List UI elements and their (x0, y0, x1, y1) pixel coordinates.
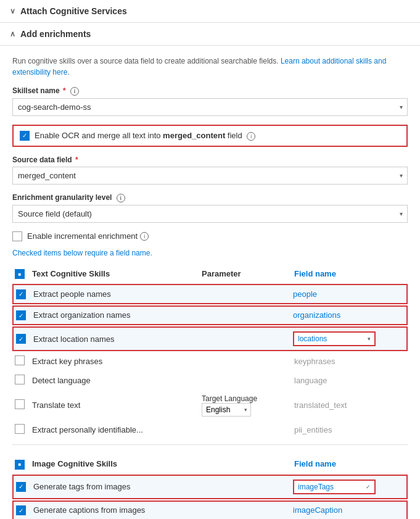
ocr-label: Enable OCR and merge all text into merge… (35, 131, 255, 141)
source-data-label: Source data field * (12, 156, 408, 164)
locations-select[interactable]: locations (294, 333, 374, 345)
key-phrases-field: keyphrases (294, 357, 335, 366)
text-param-col-header: Parameter (202, 269, 294, 278)
image-field-col-header: Field name (294, 459, 405, 468)
section-add-enrichments: ∧ Add enrichments (0, 23, 420, 46)
text-skills-col-header: Text Cognitive Skills (32, 269, 202, 278)
detect-language-label: Detect language (32, 376, 202, 385)
chevron-icon-2[interactable]: ∧ (10, 30, 15, 38)
enrichment-info-icon[interactable]: i (117, 194, 125, 202)
section-attach-cognitive: ∨ Attach Cognitive Services (0, 0, 420, 23)
ocr-box: Enable OCR and merge all text into merge… (12, 125, 408, 147)
imagetags-select[interactable]: imageTags (294, 481, 374, 493)
row-detect-language: Detect language language (12, 371, 408, 390)
translate-text-checkbox[interactable] (15, 399, 25, 409)
source-data-select-wrapper: merged_content ▾ (12, 167, 408, 185)
extract-pii-checkbox[interactable] (15, 424, 25, 434)
extract-pii-label: Extract personally identifiable... (32, 425, 202, 434)
skills-divider (12, 444, 408, 445)
key-phrases-label: Extract key phrases (32, 357, 202, 366)
language-select[interactable]: English (202, 403, 251, 417)
extract-org-field: organizations (293, 310, 340, 320)
locations-select-wrapper: locations ▾ (293, 331, 376, 346)
enrichment-select[interactable]: Source field (default) (12, 205, 408, 223)
row-generate-captions: Generate captions from images imageCapti… (12, 500, 408, 519)
detect-language-field: language (294, 376, 327, 385)
extract-people-checkbox[interactable] (16, 289, 26, 299)
detect-language-checkbox[interactable] (15, 375, 25, 384)
generate-tags-label: Generate tags from images (33, 482, 200, 491)
extract-pii-field: pii_entities (294, 425, 332, 434)
text-skills-header: Text Cognitive Skills Parameter Field na… (12, 265, 408, 283)
section-add-enrichments-label: Add enrichments (20, 29, 91, 39)
description-text: Run cognitive skills over a source data … (12, 56, 408, 78)
incremental-info-icon[interactable]: i (140, 232, 149, 241)
checked-note: Checked items below require a field name… (12, 249, 408, 257)
row-translate-text: Translate text Target Language English ▾… (12, 390, 408, 420)
skillset-select[interactable]: cog-search-demo-ss (12, 98, 408, 116)
extract-org-checkbox[interactable] (16, 310, 26, 320)
row-extract-pii: Extract personally identifiable... pii_e… (12, 420, 408, 439)
extract-org-label: Extract organization names (33, 310, 200, 320)
translate-text-label: Translate text (32, 401, 202, 410)
text-header-checkbox[interactable] (15, 269, 25, 279)
extract-people-field: people (293, 289, 317, 299)
row-extract-location: Extract location names locations ▾ (12, 326, 408, 351)
image-skills-col-header: Image Cognitive Skills (32, 459, 202, 468)
row-extract-people: Extract people names people (12, 284, 408, 304)
incremental-label: Enable incremental enrichment (27, 231, 138, 241)
row-generate-tags: Generate tags from images imageTags ✓ (12, 475, 408, 499)
image-skills-header: Image Cognitive Skills Field name (12, 455, 408, 473)
imagetags-select-wrapper: imageTags ✓ (293, 480, 376, 494)
description-static: Run cognitive skills over a source data … (12, 57, 281, 65)
skillset-info-icon[interactable]: i (70, 87, 79, 96)
ocr-checkbox[interactable] (20, 131, 30, 141)
enrichment-label: Enrichment granularity level i (12, 193, 408, 202)
generate-captions-checkbox[interactable] (16, 505, 26, 515)
incremental-row: Enable incremental enrichment i (12, 231, 408, 241)
row-extract-org: Extract organization names organizations (12, 305, 408, 326)
image-header-checkbox[interactable] (15, 460, 25, 470)
row-key-phrases: Extract key phrases keyphrases (12, 352, 408, 371)
skillset-select-wrapper: cog-search-demo-ss ▾ (12, 98, 408, 116)
generate-captions-label: Generate captions from images (33, 505, 200, 515)
chevron-icon[interactable]: ∨ (10, 7, 15, 15)
extract-location-label: Extract location names (33, 334, 200, 344)
ocr-info-icon[interactable]: i (247, 132, 255, 141)
main-content: Run cognitive skills over a source data … (0, 46, 420, 519)
section-title: Attach Cognitive Services (20, 6, 127, 16)
generate-captions-field: imageCaption (293, 505, 342, 515)
skillset-required: * (63, 86, 66, 95)
extract-people-label: Extract people names (33, 289, 200, 299)
translate-text-field: translated_text (294, 401, 347, 410)
language-select-wrapper: English ▾ (202, 403, 251, 417)
source-data-select[interactable]: merged_content (12, 167, 408, 185)
target-language-label: Target Language (202, 394, 257, 403)
skillset-label: Skillset name * i (12, 86, 408, 96)
extract-location-checkbox[interactable] (16, 334, 26, 344)
enrichment-select-wrapper: Source field (default) ▾ (12, 205, 408, 223)
translate-text-param: Target Language English ▾ (202, 394, 294, 417)
text-field-col-header: Field name (294, 269, 405, 278)
source-required: * (75, 156, 78, 164)
key-phrases-checkbox[interactable] (15, 355, 25, 365)
generate-tags-checkbox[interactable] (16, 482, 26, 492)
incremental-checkbox[interactable] (12, 231, 22, 241)
